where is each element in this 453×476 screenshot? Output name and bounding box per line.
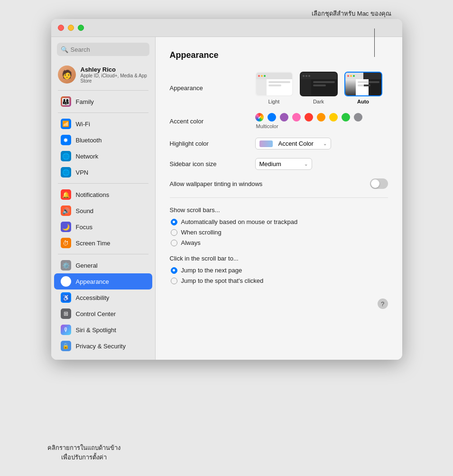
sidebar-icon-size-label: Sidebar icon size <box>170 160 255 168</box>
appearance-light-option[interactable]: Light <box>255 72 293 104</box>
sidebar-item-siri[interactable]: 🎙 Siri & Spotlight <box>54 322 152 338</box>
divider-4 <box>58 254 148 254</box>
sidebar-item-privacy[interactable]: 🔒 Privacy & Security <box>54 338 152 354</box>
main-content: Appearance Appearance <box>156 37 402 360</box>
accent-color-control: Multicolor <box>255 113 388 129</box>
radio-auto-icon <box>171 219 177 225</box>
radio-next-icon <box>171 267 177 274</box>
click-scroll-bar-section: Click in the scroll bar to... Jump to th… <box>170 255 388 284</box>
sidebar-icon-size-control: Medium ⌄ <box>255 158 388 170</box>
help-button[interactable]: ? <box>378 299 388 309</box>
sidebar-item-label: Focus <box>76 224 92 231</box>
sidebar-item-family[interactable]: 👨‍👩‍👧 Family <box>54 93 152 110</box>
accent-color-pink[interactable] <box>292 113 301 121</box>
wallpaper-tinting-control <box>370 178 388 189</box>
click-radio-group: Jump to the next page Jump to the spot t… <box>171 267 388 284</box>
family-icon: 👨‍👩‍👧 <box>61 96 71 107</box>
sidebar-item-label: Privacy & Security <box>76 343 126 350</box>
accent-color-graphite[interactable] <box>354 113 362 121</box>
highlight-color-value: Accent Color <box>278 140 314 147</box>
appearance-dark-option[interactable]: Dark <box>300 72 338 104</box>
user-profile-item[interactable]: 🧑 Ashley Rico Apple ID, iCloud+, Media &… <box>51 62 155 87</box>
sidebar-item-screentime[interactable]: ⏱ Screen Time <box>54 235 152 251</box>
notifications-icon: 🔔 <box>61 189 71 200</box>
sidebar-item-label: Bluetooth <box>76 137 102 144</box>
sidebar-item-wifi[interactable]: 📶 Wi-Fi <box>54 116 152 132</box>
accent-color-red[interactable] <box>305 113 313 121</box>
wallpaper-tinting-label: Allow wallpaper tinting in windows <box>170 180 370 187</box>
accent-color-blue[interactable] <box>268 113 276 121</box>
sidebar-item-network[interactable]: 🌐 Network <box>54 148 152 164</box>
divider-2 <box>58 112 148 113</box>
user-subtitle: Apple ID, iCloud+, Media & App Store <box>81 73 148 84</box>
divider-3 <box>58 183 148 184</box>
scroll-option-scrolling[interactable]: When scrolling <box>171 229 388 236</box>
radio-scrolling-icon <box>171 229 177 236</box>
appearance-auto-option[interactable]: Auto <box>344 72 382 104</box>
auto-label: Auto <box>357 99 369 104</box>
radio-always-icon <box>171 240 177 246</box>
window-body: 🔍 🧑 Ashley Rico Apple ID, iCloud+, Media… <box>51 37 402 360</box>
appearance-thumbnails: Light <box>255 72 382 104</box>
sidebar-item-label: Accessibility <box>76 294 110 301</box>
search-icon: 🔍 <box>61 46 68 53</box>
accent-color-yellow[interactable] <box>329 113 338 121</box>
page-title: Appearance <box>170 50 388 60</box>
sidebar-icon-size-dropdown[interactable]: Medium ⌄ <box>255 158 312 170</box>
sidebar-item-label: Wi-Fi <box>76 121 90 128</box>
sidebar-item-accessibility[interactable]: ♿ Accessibility <box>54 289 152 306</box>
sound-icon: 🔊 <box>61 205 71 216</box>
appearance-icon: ◉ <box>61 276 71 287</box>
user-name: Ashley Rico <box>81 66 148 73</box>
search-box[interactable]: 🔍 <box>57 43 149 56</box>
highlight-color-dropdown[interactable]: Accent Color ⌄ <box>255 138 331 149</box>
sidebar-item-label: Network <box>76 153 99 160</box>
accent-color-label: Accent color <box>170 118 255 125</box>
vpn-icon: 🌐 <box>61 167 71 177</box>
accent-color-orange[interactable] <box>317 113 325 121</box>
accent-color-purple[interactable] <box>280 113 288 121</box>
sidebar-item-label: Control Center <box>76 310 116 317</box>
wallpaper-tinting-toggle[interactable] <box>370 178 388 189</box>
scroll-option-always[interactable]: Always <box>171 239 388 246</box>
click-option-spot[interactable]: Jump to the spot that's clicked <box>171 277 388 284</box>
sidebar-item-label: General <box>76 262 98 269</box>
sidebar-item-sound[interactable]: 🔊 Sound <box>54 203 152 219</box>
sidebar-item-label: Notifications <box>76 191 110 198</box>
click-spot-label: Jump to the spot that's clicked <box>181 277 264 284</box>
sidebar-item-label: Family <box>76 98 94 105</box>
sidebar-item-bluetooth[interactable]: ✸ Bluetooth <box>54 132 152 148</box>
tooltip-line <box>374 28 375 57</box>
network-icon: 🌐 <box>61 151 71 161</box>
sidebar-item-general[interactable]: ⚙️ General <box>54 257 152 273</box>
general-icon: ⚙️ <box>61 260 71 271</box>
sidebar-item-appearance[interactable]: ◉ Appearance <box>54 273 152 289</box>
sidebar: 🔍 🧑 Ashley Rico Apple ID, iCloud+, Media… <box>51 37 156 360</box>
accent-colors: Multicolor <box>255 113 362 129</box>
top-tooltip: เลือกชุดสีสำหรับ Mac ของคุณ <box>312 9 391 19</box>
minimize-button[interactable] <box>68 25 74 31</box>
scroll-always-label: Always <box>181 239 201 246</box>
sidebar-item-controlcenter[interactable]: ⊞ Control Center <box>54 306 152 322</box>
appearance-label: Appearance <box>170 84 255 92</box>
sidebar-item-label: Sound <box>76 207 94 215</box>
click-option-next[interactable]: Jump to the next page <box>171 267 388 274</box>
sidebar-item-vpn[interactable]: 🌐 VPN <box>54 164 152 180</box>
accent-color-green[interactable] <box>342 113 350 121</box>
wifi-icon: 📶 <box>61 119 71 129</box>
light-thumb <box>255 72 293 96</box>
close-button[interactable] <box>58 25 64 31</box>
appearance-options: Light <box>255 72 388 104</box>
click-scroll-bar-label: Click in the scroll bar to... <box>170 255 388 262</box>
scroll-option-auto[interactable]: Automatically based on mouse or trackpad <box>171 218 388 225</box>
accent-color-multicolor[interactable] <box>255 113 264 121</box>
sidebar-item-notifications[interactable]: 🔔 Notifications <box>54 187 152 203</box>
sidebar-item-focus[interactable]: 🌙 Focus <box>54 219 152 235</box>
divider-1 <box>58 90 148 91</box>
highlight-color-swatch <box>259 140 273 147</box>
bottom-tooltip: คลิกรายการในแถบด้านข้าง เพื่อปรับการตั้ง… <box>47 443 120 462</box>
search-input[interactable] <box>71 46 146 53</box>
chevron-down-icon: ⌄ <box>304 161 308 167</box>
maximize-button[interactable] <box>78 25 84 31</box>
scroll-radio-group: Automatically based on mouse or trackpad… <box>171 218 388 246</box>
